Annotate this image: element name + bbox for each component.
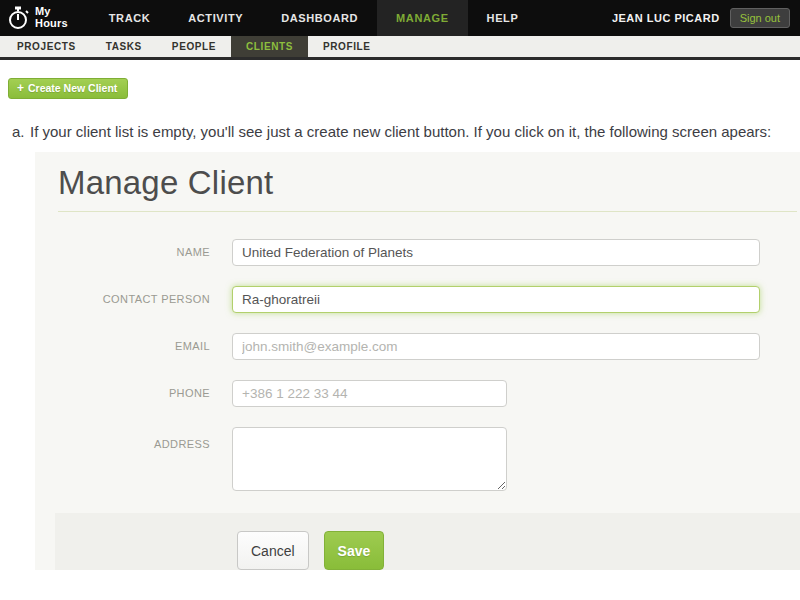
plus-icon: + xyxy=(17,82,24,94)
address-textarea[interactable] xyxy=(232,427,507,491)
subnav-item-projects[interactable]: PROJECTS xyxy=(2,36,91,57)
cancel-button[interactable]: Cancel xyxy=(237,531,309,570)
subnav-item-tasks[interactable]: TASKS xyxy=(91,36,157,57)
nav-item-manage[interactable]: MANAGE xyxy=(377,0,468,36)
nav-item-activity[interactable]: ACTIVITY xyxy=(169,0,262,36)
instruction-text: If your client list is empty, you'll see… xyxy=(30,120,784,143)
content-area: + Create New Client a. If your client li… xyxy=(0,60,800,143)
nav-item-dashboard[interactable]: DASHBOARD xyxy=(262,0,377,36)
myhours-logo[interactable]: My Hours xyxy=(0,0,78,36)
page-title: Manage Client xyxy=(58,164,797,212)
contact-person-label: CONTACT PERSON xyxy=(35,286,210,313)
form-row-name: NAME xyxy=(35,239,800,266)
phone-input[interactable] xyxy=(232,380,507,407)
logo-text: My Hours xyxy=(35,6,68,29)
name-label: NAME xyxy=(35,239,210,266)
stopwatch-icon xyxy=(7,5,31,31)
client-form: NAME CONTACT PERSON EMAIL PHONE ADDRESS xyxy=(35,239,800,495)
top-nav-items: TRACK ACTIVITY DASHBOARD MANAGE HELP xyxy=(90,0,538,36)
sign-out-button[interactable]: Sign out xyxy=(730,8,790,28)
subnav-item-profile[interactable]: PROFILE xyxy=(308,36,386,57)
create-new-client-button[interactable]: + Create New Client xyxy=(8,78,128,99)
nav-item-help[interactable]: HELP xyxy=(468,0,538,36)
create-new-client-label: Create New Client xyxy=(28,82,117,94)
form-row-email: EMAIL xyxy=(35,333,800,360)
manage-client-panel: Manage Client NAME CONTACT PERSON EMAIL … xyxy=(35,152,800,570)
user-name: JEAN LUC PICARD xyxy=(612,12,720,24)
form-footer: Cancel Save xyxy=(55,513,800,570)
subnav-item-people[interactable]: PEOPLE xyxy=(157,36,231,57)
contact-person-input[interactable] xyxy=(232,286,760,313)
instruction-note: a. If your client list is empty, you'll … xyxy=(12,120,784,143)
nav-item-track[interactable]: TRACK xyxy=(90,0,170,36)
top-nav-right: JEAN LUC PICARD Sign out xyxy=(612,0,800,36)
email-input[interactable] xyxy=(232,333,760,360)
address-label: ADDRESS xyxy=(35,427,210,495)
name-input[interactable] xyxy=(232,239,760,266)
sub-nav: PROJECTS TASKS PEOPLE CLIENTS PROFILE xyxy=(0,36,800,60)
top-nav: My Hours TRACK ACTIVITY DASHBOARD MANAGE… xyxy=(0,0,800,36)
form-row-contact-person: CONTACT PERSON xyxy=(35,286,800,313)
subnav-item-clients[interactable]: CLIENTS xyxy=(231,36,308,57)
save-button[interactable]: Save xyxy=(324,531,385,570)
phone-label: PHONE xyxy=(35,380,210,407)
list-marker: a. xyxy=(12,120,30,143)
form-row-address: ADDRESS xyxy=(35,427,800,495)
email-label: EMAIL xyxy=(35,333,210,360)
form-row-phone: PHONE xyxy=(35,380,800,407)
